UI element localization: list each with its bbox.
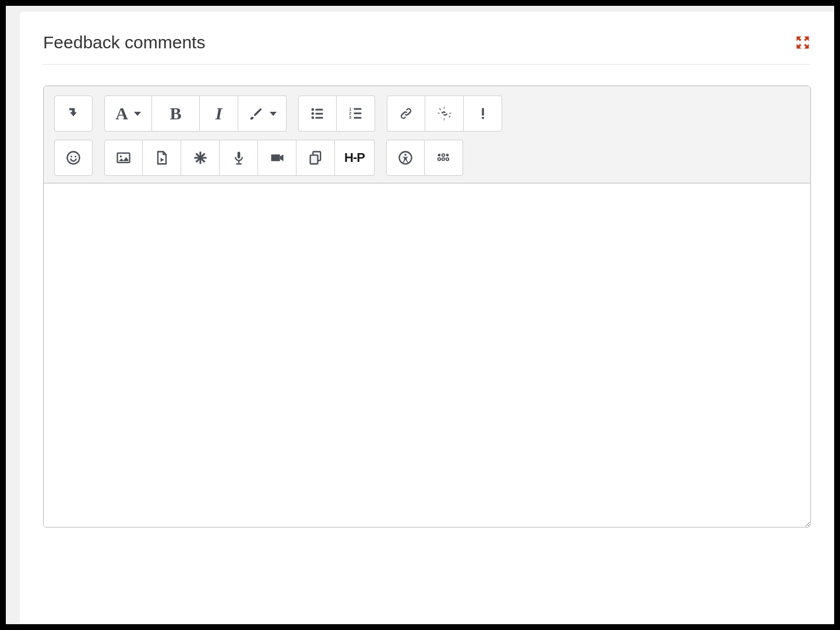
svg-point-14: [68, 152, 80, 164]
svg-point-34: [438, 158, 441, 161]
svg-point-16: [75, 155, 76, 157]
feedback-panel: Feedback comments: [20, 12, 834, 624]
toolbar-row-2: H-P: [54, 140, 800, 176]
link-icon: [398, 105, 414, 122]
paragraph-style-button[interactable]: A: [104, 95, 152, 132]
svg-rect-5: [316, 117, 323, 119]
font-a-icon: A: [115, 105, 128, 122]
image-button[interactable]: [104, 140, 143, 176]
page-background: Feedback comments: [6, 6, 834, 624]
accessibility-icon: [397, 150, 414, 166]
numbered-list-button[interactable]: 1 2 3: [337, 95, 375, 132]
expand-button[interactable]: [795, 34, 811, 51]
manage-files-button[interactable]: [181, 140, 220, 176]
accessibility-button[interactable]: [386, 140, 425, 176]
svg-rect-12: [482, 108, 484, 116]
text-format-group: A B I: [104, 95, 287, 132]
h5p-button[interactable]: H-P: [335, 140, 375, 176]
toolbar-row-1: A B I: [54, 95, 800, 132]
link-button[interactable]: [387, 95, 425, 132]
image-icon: [115, 150, 132, 166]
svg-text:3: 3: [349, 115, 351, 119]
media-button[interactable]: [143, 140, 181, 176]
caret-down-icon: [270, 112, 277, 116]
editor-toolbar: A B I: [44, 86, 810, 183]
toggle-group: [54, 95, 93, 132]
svg-rect-28: [310, 155, 317, 164]
microphone-icon: [231, 150, 247, 166]
emoji-button[interactable]: [54, 140, 93, 176]
screenreader-helper-button[interactable]: [425, 140, 463, 176]
svg-rect-24: [238, 161, 239, 164]
svg-point-36: [446, 158, 449, 161]
unlink-button[interactable]: [425, 95, 464, 132]
svg-point-32: [442, 154, 445, 157]
arrow-down-icon: [65, 105, 82, 122]
editor-container: A B I: [43, 86, 811, 528]
file-video-icon: [154, 150, 170, 166]
record-audio-button[interactable]: [220, 140, 258, 176]
media-group: H-P: [104, 140, 375, 176]
expand-icon: [795, 34, 811, 51]
panel-title: Feedback comments: [43, 33, 205, 52]
svg-point-35: [442, 158, 445, 161]
svg-point-18: [120, 155, 122, 158]
smile-icon: [65, 150, 82, 166]
svg-point-15: [70, 155, 72, 157]
video-camera-icon: [269, 150, 285, 166]
feedback-editor[interactable]: [44, 183, 810, 527]
svg-rect-7: [354, 108, 361, 110]
panel-header: Feedback comments: [43, 33, 811, 65]
svg-rect-23: [237, 152, 240, 159]
copy-icon: [308, 150, 324, 166]
svg-point-33: [446, 154, 449, 157]
braille-icon: [435, 150, 451, 166]
svg-rect-9: [354, 112, 361, 114]
svg-point-30: [404, 154, 407, 156]
link-group: [387, 95, 502, 132]
svg-point-0: [312, 108, 315, 111]
unlink-icon: [436, 105, 453, 122]
italic-icon: I: [216, 105, 223, 122]
toggle-toolbar-button[interactable]: [54, 95, 93, 132]
emoji-group: [54, 140, 93, 176]
brush-icon: [248, 105, 264, 122]
asterisk-icon: [192, 150, 209, 166]
italic-button[interactable]: I: [200, 95, 238, 132]
svg-point-31: [438, 154, 441, 157]
accessibility-group: [386, 140, 463, 176]
svg-rect-1: [316, 109, 323, 111]
svg-rect-25: [236, 163, 241, 164]
numbered-list-icon: 1 2 3: [348, 105, 364, 122]
record-video-button[interactable]: [258, 140, 297, 176]
svg-rect-13: [482, 117, 484, 119]
caret-down-icon: [134, 112, 141, 116]
list-group: 1 2 3: [298, 95, 375, 132]
bullet-list-button[interactable]: [298, 95, 337, 132]
svg-rect-26: [271, 154, 280, 161]
exclamation-icon: [475, 105, 491, 122]
no-autolink-button[interactable]: [464, 95, 502, 132]
bold-button[interactable]: B: [152, 95, 200, 132]
svg-point-4: [312, 116, 315, 119]
svg-rect-3: [316, 113, 323, 115]
bullet-list-icon: [309, 105, 326, 122]
files-button[interactable]: [297, 140, 335, 176]
svg-text:2: 2: [349, 111, 351, 115]
svg-text:1: 1: [349, 107, 351, 111]
h5p-icon: H-P: [344, 150, 365, 165]
svg-point-2: [312, 112, 315, 115]
bold-icon: B: [170, 105, 181, 122]
svg-rect-11: [354, 117, 361, 119]
font-color-button[interactable]: [238, 95, 287, 132]
